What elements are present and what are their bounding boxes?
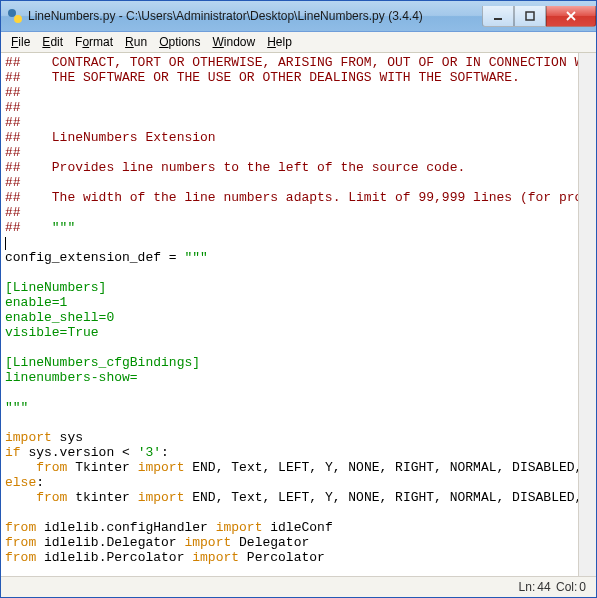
code-token: '3' bbox=[138, 445, 161, 460]
code-token: from bbox=[5, 550, 36, 565]
svg-point-0 bbox=[8, 9, 16, 17]
code-token: """ bbox=[52, 220, 75, 235]
code-line: ## bbox=[5, 115, 21, 130]
code-line: enable=1 bbox=[5, 295, 67, 310]
code-line: ## bbox=[5, 85, 21, 100]
menu-window[interactable]: Window bbox=[207, 33, 262, 51]
code-token: : bbox=[36, 475, 44, 490]
code-token: idlelib.Percolator bbox=[36, 550, 192, 565]
code-line: ## bbox=[5, 175, 21, 190]
menu-bar: File Edit Format Run Options Window Help bbox=[1, 32, 596, 53]
code-line: visible=True bbox=[5, 325, 99, 340]
menu-edit[interactable]: Edit bbox=[36, 33, 69, 51]
status-bar: Ln: 44 Col: 0 bbox=[1, 576, 596, 597]
code-line: [LineNumbers_cfgBindings] bbox=[5, 355, 200, 370]
code-token: from bbox=[36, 490, 67, 505]
code-token: """ bbox=[184, 250, 207, 265]
code-token: Tkinter bbox=[67, 460, 137, 475]
code-token: : bbox=[161, 445, 169, 460]
code-line: ## bbox=[5, 220, 52, 235]
code-token: END, Text, LEFT, Y, NONE, RIGHT, NORMAL,… bbox=[184, 490, 578, 505]
code-token: """ bbox=[5, 400, 28, 415]
editor-area: ## CONTRACT, TORT OR OTHERWISE, ARISING … bbox=[1, 53, 596, 576]
code-token bbox=[5, 490, 36, 505]
code-token: from bbox=[36, 460, 67, 475]
code-token: idleConf bbox=[262, 520, 332, 535]
menu-format[interactable]: Format bbox=[69, 33, 119, 51]
code-token: import bbox=[184, 535, 231, 550]
code-token: from bbox=[5, 520, 36, 535]
code-line: [LineNumbers] bbox=[5, 280, 106, 295]
code-line: linenumbers-show= bbox=[5, 370, 138, 385]
status-col-value: 0 bbox=[579, 580, 586, 594]
code-line: ## bbox=[5, 205, 21, 220]
vertical-scrollbar[interactable] bbox=[578, 53, 596, 576]
menu-options[interactable]: Options bbox=[153, 33, 206, 51]
code-token: Delegator bbox=[231, 535, 309, 550]
svg-rect-3 bbox=[526, 12, 534, 20]
code-line: ## LineNumbers Extension bbox=[5, 130, 216, 145]
menu-help[interactable]: Help bbox=[261, 33, 298, 51]
code-token bbox=[5, 460, 36, 475]
code-editor[interactable]: ## CONTRACT, TORT OR OTHERWISE, ARISING … bbox=[1, 53, 578, 576]
menu-run[interactable]: Run bbox=[119, 33, 153, 51]
app-window: LineNumbers.py - C:\Users\Administrator\… bbox=[0, 0, 597, 598]
code-token: idlelib.configHandler bbox=[36, 520, 215, 535]
close-button[interactable] bbox=[546, 6, 596, 27]
window-controls bbox=[482, 6, 596, 27]
code-line: ## The width of the line numbers adapts.… bbox=[5, 190, 578, 205]
code-token: import bbox=[5, 430, 52, 445]
code-token: else bbox=[5, 475, 36, 490]
code-line: enable_shell=0 bbox=[5, 310, 114, 325]
code-token: END, Text, LEFT, Y, NONE, RIGHT, NORMAL,… bbox=[184, 460, 578, 475]
code-token: tkinter bbox=[67, 490, 137, 505]
minimize-button[interactable] bbox=[482, 6, 514, 27]
status-col-label: Col: bbox=[556, 580, 577, 594]
svg-point-1 bbox=[14, 15, 22, 23]
code-line: ## CONTRACT, TORT OR OTHERWISE, ARISING … bbox=[5, 55, 578, 70]
code-token: if bbox=[5, 445, 21, 460]
window-title: LineNumbers.py - C:\Users\Administrator\… bbox=[28, 9, 482, 23]
code-token: from bbox=[5, 535, 36, 550]
text-cursor bbox=[5, 237, 6, 250]
code-token: Percolator bbox=[239, 550, 325, 565]
code-token: import bbox=[138, 460, 185, 475]
code-line: ## bbox=[5, 145, 21, 160]
code-token: import bbox=[138, 490, 185, 505]
code-token: import bbox=[216, 520, 263, 535]
code-token: idlelib.Delegator bbox=[36, 535, 184, 550]
code-token: import bbox=[192, 550, 239, 565]
code-line: ## THE SOFTWARE OR THE USE OR OTHER DEAL… bbox=[5, 70, 520, 85]
code-token: sys bbox=[52, 430, 83, 445]
code-line: ## Provides line numbers to the left of … bbox=[5, 160, 465, 175]
python-idle-icon bbox=[7, 8, 23, 24]
code-token: config_extension_def = bbox=[5, 250, 184, 265]
code-token: sys.version < bbox=[21, 445, 138, 460]
maximize-button[interactable] bbox=[514, 6, 546, 27]
svg-rect-2 bbox=[494, 18, 502, 20]
code-line: ## bbox=[5, 100, 21, 115]
title-bar[interactable]: LineNumbers.py - C:\Users\Administrator\… bbox=[1, 1, 596, 32]
menu-file[interactable]: File bbox=[5, 33, 36, 51]
status-line-label: Ln: bbox=[519, 580, 536, 594]
status-line-value: 44 bbox=[537, 580, 550, 594]
